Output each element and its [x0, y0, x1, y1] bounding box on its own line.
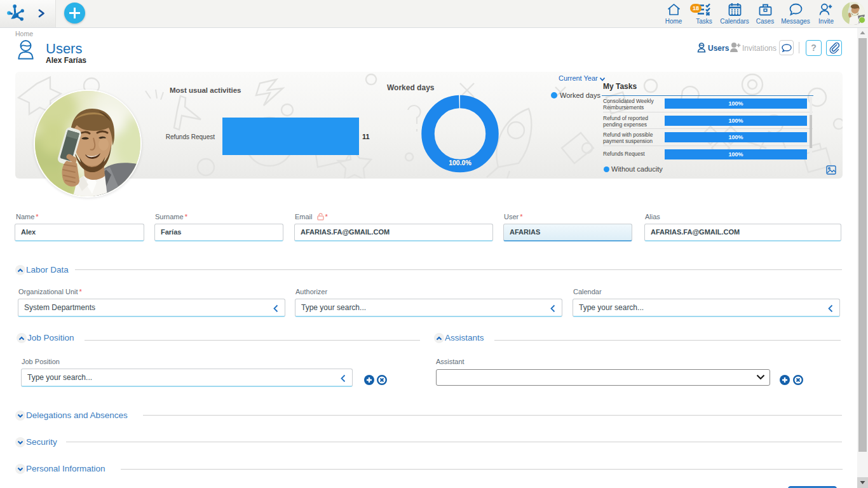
svg-text:100.0%: 100.0% — [449, 159, 471, 166]
